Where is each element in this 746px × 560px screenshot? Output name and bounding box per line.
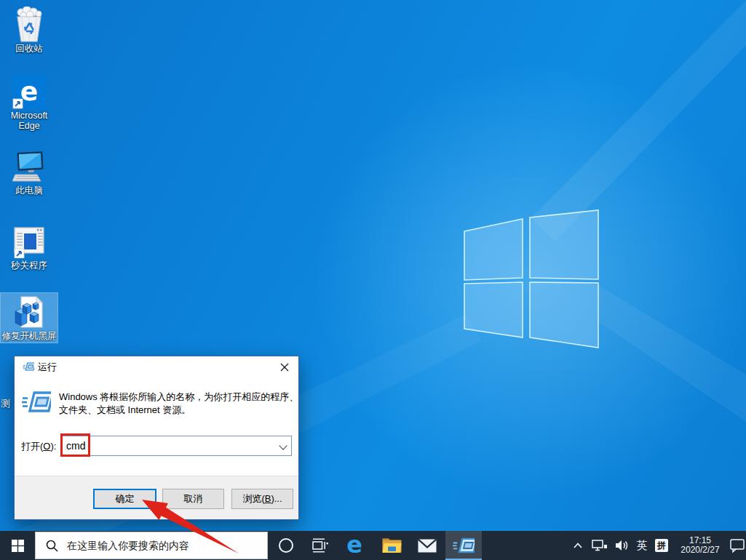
task-view-icon: [312, 538, 329, 553]
action-center-icon: [730, 539, 745, 553]
close-button[interactable]: [274, 359, 295, 376]
ethernet-network-icon: [592, 540, 608, 552]
chevron-up-icon: [574, 543, 582, 548]
clock-date: 2020/2/27: [680, 545, 719, 556]
edge-icon: e: [342, 533, 367, 558]
run-dialog-title: 运行: [38, 356, 57, 377]
clock-time: 17:15: [689, 536, 711, 546]
taskbar-run-app-active[interactable]: [445, 531, 482, 560]
cortana-circle-icon: [278, 537, 294, 553]
edge-icon: e: [12, 74, 46, 109]
desktop-icon-label: 此电脑: [15, 185, 43, 196]
ime-mode-badge: 拼: [655, 539, 668, 552]
taskbar-edge-button[interactable]: e: [340, 531, 369, 560]
start-button[interactable]: [0, 531, 35, 560]
open-field-label: 打开(O):: [21, 436, 56, 456]
run-dialog-titlebar[interactable]: 运行: [15, 356, 298, 377]
search-icon: [46, 540, 58, 552]
mail-envelope-icon: [418, 539, 437, 553]
mail-button[interactable]: [413, 531, 442, 560]
recycle-bin-icon: [12, 7, 46, 42]
desktop-icon-label: Microsoft Edge: [1, 111, 57, 131]
tray-hidden-icons-chevron[interactable]: [569, 531, 587, 560]
registry-file-icon: [12, 295, 46, 329]
tray-ime-language[interactable]: 英: [632, 531, 651, 560]
desktop-icon-quick-close-program[interactable]: 秒关程序: [1, 223, 57, 272]
desktop-icon-label: 回收站: [15, 44, 43, 54]
browse-button[interactable]: 浏览(B)...: [231, 489, 293, 509]
windows-logo-icon: [12, 540, 24, 552]
tray-volume-icon-button[interactable]: [612, 531, 631, 560]
run-dialog-description: Windows 将根据你所输入的名称，为你打开相应的程序、 文件夹、文档或 In…: [59, 391, 298, 416]
task-view-button[interactable]: [306, 531, 335, 560]
cortana-button[interactable]: [271, 531, 301, 560]
desktop-icon-fix-boot-black-screen[interactable]: 修复开机黑屏: [1, 293, 57, 343]
desktop-icon-this-pc[interactable]: 此电脑: [1, 148, 57, 197]
speaker-volume-icon: [615, 540, 629, 551]
desktop-icon-microsoft-edge[interactable]: e Microsoft Edge: [1, 73, 57, 132]
desktop-icon-label: 秒关程序: [11, 260, 47, 271]
close-icon: [280, 363, 289, 372]
run-window-icon: [453, 536, 475, 555]
open-input[interactable]: [63, 437, 274, 455]
desktop-icon-partial-label[interactable]: 测: [1, 398, 12, 410]
svg-text:e: e: [346, 533, 362, 558]
file-explorer-icon: [382, 537, 402, 553]
description-line-2: 文件夹、文档或 Internet 资源。: [59, 404, 298, 417]
taskbar-search-box[interactable]: [35, 532, 268, 559]
desktop-icon-recycle-bin[interactable]: 回收站: [1, 6, 57, 55]
action-center-button[interactable]: [729, 531, 746, 560]
tray-network-icon-button[interactable]: [590, 531, 610, 560]
search-input[interactable]: [67, 540, 267, 551]
taskbar: e: [0, 531, 746, 560]
run-dialog: 运行 Windows 将根据你所输入的名称，为你打开相应的程序、 文件夹、文档或…: [14, 356, 299, 520]
ok-button[interactable]: 确定: [93, 489, 156, 509]
cancel-button[interactable]: 取消: [162, 489, 224, 509]
chevron-down-icon[interactable]: [280, 443, 287, 449]
svg-text:e: e: [20, 76, 38, 106]
tray-ime-mode[interactable]: 拼: [653, 531, 670, 560]
open-combobox: [61, 436, 292, 456]
program-window-icon: [12, 224, 46, 259]
desktop-icon-label: 修复开机黑屏: [2, 331, 57, 341]
description-line-1: Windows 将根据你所输入的名称，为你打开相应的程序、: [59, 391, 298, 404]
run-dialog-icon: [22, 390, 51, 417]
windows-desktop: 回收站 e Microsoft Edge: [0, 0, 746, 560]
run-dialog-footer: 确定 取消 浏览(B)...: [15, 476, 298, 519]
tray-clock[interactable]: 17:15 2020/2/27: [673, 531, 727, 560]
file-explorer-button[interactable]: [377, 531, 406, 560]
this-pc-icon: [12, 149, 46, 184]
run-window-icon: [23, 361, 34, 375]
